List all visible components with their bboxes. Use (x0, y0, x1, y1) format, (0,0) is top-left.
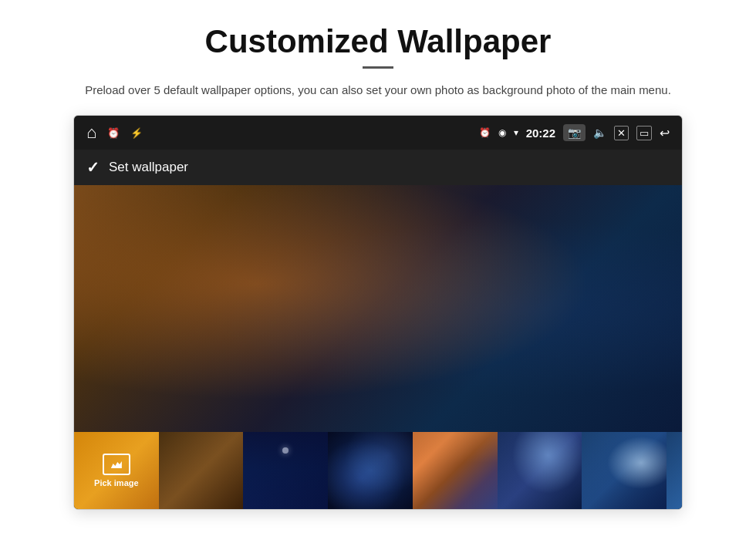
window-icon[interactable]: ▭ (636, 126, 652, 140)
status-bar-right: ⏰ ◉ ▾ 20:22 📷 🔈 ✕ ▭ ↩ (479, 124, 670, 141)
pick-image-icon (103, 454, 130, 475)
wallpaper-thumb-partial (667, 432, 682, 509)
title-divider (363, 66, 393, 69)
back-icon[interactable]: ↩ (660, 126, 670, 140)
alarm-icon: ⏰ (107, 127, 120, 139)
wallpaper-thumb-2[interactable] (159, 432, 244, 509)
home-icon[interactable]: ⌂ (86, 123, 96, 143)
page-subtitle: Preload over 5 default wallpaper options… (85, 81, 671, 100)
action-bar-title: Set wallpaper (109, 160, 188, 175)
device-screen: ⌂ ⏰ ⚡ ⏰ ◉ ▾ 20:22 📷 🔈 ✕ ▭ ↩ ✓ Set wallpa… (73, 115, 683, 510)
action-bar: ✓ Set wallpaper (74, 150, 682, 185)
usb-icon: ⚡ (130, 127, 143, 139)
status-bar-left: ⌂ ⏰ ⚡ (86, 123, 143, 143)
checkmark-icon[interactable]: ✓ (86, 158, 100, 177)
wallpaper-thumb-7[interactable] (582, 432, 667, 509)
status-bar: ⌂ ⏰ ⚡ ⏰ ◉ ▾ 20:22 📷 🔈 ✕ ▭ ↩ (74, 116, 682, 150)
wifi-icon: ▾ (514, 127, 518, 138)
wallpaper-thumb-5[interactable] (413, 432, 498, 509)
volume-icon[interactable]: 🔈 (593, 127, 606, 139)
camera-icon[interactable]: 📷 (563, 124, 586, 141)
thumbnail-strip: Pick image (74, 432, 682, 509)
alarm-right-icon: ⏰ (479, 127, 491, 138)
wallpaper-thumb-4[interactable] (328, 432, 413, 509)
wallpaper-thumb-6[interactable] (498, 432, 582, 509)
wallpaper-preview (74, 185, 682, 432)
status-time: 20:22 (526, 127, 555, 140)
wallpaper-thumb-3[interactable] (243, 432, 328, 509)
page-title: Customized Wallpaper (205, 23, 552, 60)
pick-image-label: Pick image (94, 478, 138, 487)
location-icon: ◉ (498, 127, 506, 138)
close-icon[interactable]: ✕ (614, 126, 629, 140)
pick-image-thumb[interactable]: Pick image (74, 432, 159, 509)
